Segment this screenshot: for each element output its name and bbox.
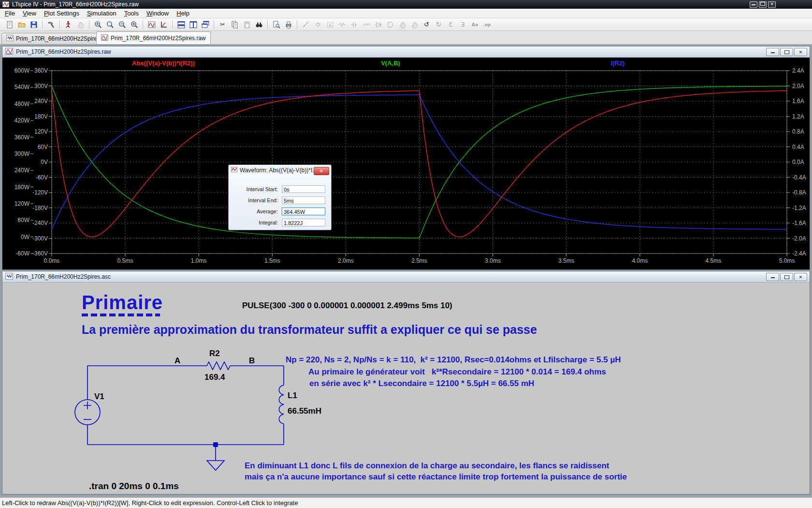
node-a-label[interactable]: A — [174, 356, 180, 365]
time-axis-label[interactable]: 5.0ms — [779, 257, 795, 264]
menu-simulation[interactable]: Simulation — [83, 9, 120, 18]
zoom-out-button[interactable] — [116, 19, 128, 30]
time-axis-label[interactable]: 1.0ms — [191, 257, 207, 264]
current-axis-label[interactable]: 1.2A — [792, 113, 804, 120]
zoom-in-button[interactable] — [92, 19, 103, 30]
circuit-wires[interactable] — [87, 366, 284, 461]
close-button[interactable]: ✕ — [768, 1, 776, 8]
power-axis-label[interactable]: 120W — [14, 200, 30, 207]
current-axis-label[interactable]: -0.8A — [792, 189, 806, 196]
zoom-full-extents-button[interactable] — [129, 19, 140, 30]
current-axis-label[interactable]: 1.6A — [792, 98, 804, 105]
current-axis-label[interactable]: -0.4A — [792, 174, 806, 181]
power-axis-label[interactable]: 540W — [14, 84, 30, 90]
power-axis-label[interactable]: 420W — [14, 117, 30, 124]
field-value-input[interactable]: 1.8222J — [282, 219, 325, 226]
power-axis-label[interactable]: 600W — [14, 67, 30, 74]
current-axis-label[interactable]: -1.6A — [792, 220, 806, 226]
field-value-input[interactable]: 0s — [282, 185, 325, 193]
print-button[interactable] — [283, 19, 294, 30]
current-axis-label[interactable]: 2.0A — [792, 83, 804, 90]
control-panel-button[interactable] — [45, 19, 57, 30]
node-b-label[interactable]: B — [249, 356, 255, 365]
power-axis-label[interactable]: 60W — [17, 217, 29, 224]
save-button[interactable] — [28, 19, 39, 30]
voltage-axis-label[interactable]: -300V — [32, 235, 48, 242]
maximize-button[interactable] — [759, 1, 767, 8]
print-preview-button[interactable] — [271, 19, 282, 30]
power-axis-label[interactable]: 180W — [14, 184, 30, 191]
minimize-button[interactable] — [750, 1, 757, 8]
tile-horizontal-button[interactable] — [175, 19, 187, 30]
menu-plot-settings[interactable]: Plot Settings — [40, 9, 83, 18]
waveform-plot-area[interactable]: 600W540W480W420W360W300W240W180W120W60W0… — [2, 58, 810, 269]
resistor-symbol[interactable] — [207, 362, 231, 370]
voltage-axis-label[interactable]: 60V — [38, 144, 48, 150]
restore-button[interactable] — [780, 48, 793, 56]
current-axis-label[interactable]: -2.0A — [792, 235, 806, 242]
plot-settings-button[interactable] — [158, 19, 169, 30]
current-axis-label[interactable]: 0.8A — [792, 128, 804, 135]
trace-label[interactable]: I(R2) — [611, 60, 625, 67]
power-axis-label[interactable]: 240W — [14, 167, 30, 174]
zoom-area-button[interactable] — [104, 19, 116, 30]
current-axis-label[interactable]: 0.4A — [792, 144, 804, 150]
power-axis-label[interactable]: 480W — [14, 101, 30, 107]
copy-button[interactable] — [229, 19, 240, 30]
field-value-input[interactable]: 5ms — [282, 196, 325, 204]
new-schematic-button[interactable] — [4, 19, 15, 30]
autorange-y-axis-button[interactable] — [146, 19, 157, 30]
time-axis-label[interactable]: 3.0ms — [485, 257, 501, 264]
current-axis-label[interactable]: 0.0A — [792, 159, 804, 165]
ground-symbol[interactable] — [207, 461, 224, 470]
find-button[interactable] — [253, 19, 264, 30]
minimize-button[interactable] — [766, 273, 779, 281]
menu-help[interactable]: Help — [173, 9, 193, 18]
time-axis-label[interactable]: 4.0ms — [632, 257, 648, 264]
inductor-value[interactable]: 66.55mH — [288, 406, 321, 416]
tile-vertical-button[interactable] — [188, 19, 199, 30]
trace-label[interactable]: V(A,B) — [381, 60, 400, 67]
time-axis-label[interactable]: 0.5ms — [117, 257, 133, 264]
voltage-axis-label[interactable]: 360V — [34, 67, 48, 74]
resistor-value[interactable]: 169.4 — [204, 373, 225, 382]
power-axis-label[interactable]: 300W — [14, 150, 30, 157]
field-value-input[interactable]: 364.45W — [282, 208, 325, 215]
voltage-axis-label[interactable]: 240V — [34, 98, 48, 105]
resistor-label[interactable]: R2 — [209, 349, 220, 358]
time-axis-label[interactable]: 3.5ms — [558, 257, 574, 264]
current-axis-label[interactable]: 2.4A — [792, 67, 804, 74]
voltage-axis-label[interactable]: 180V — [34, 113, 48, 120]
voltage-axis-label[interactable]: -180V — [32, 205, 48, 211]
dialog-close-button[interactable]: ✕ — [314, 167, 329, 175]
trace-label[interactable]: Abs((V(a)-V(b))*I(R2)) — [132, 60, 195, 67]
time-axis-label[interactable]: 1.5ms — [264, 257, 280, 264]
close-button[interactable]: ✕ — [794, 48, 807, 56]
waveform-window-title-bar[interactable]: Prim_170R_66mH200Hz2Spires.raw ✕ — [2, 46, 810, 58]
menu-tools[interactable]: Tools — [120, 9, 143, 18]
current-axis-label[interactable]: -1.2A — [792, 205, 806, 211]
undo-button[interactable]: ↺ — [421, 19, 432, 30]
current-axis-label[interactable]: -2.4A — [792, 250, 806, 257]
voltage-axis-label[interactable]: -360V — [32, 250, 48, 257]
close-button[interactable]: ✕ — [794, 273, 807, 281]
open-file-button[interactable] — [16, 19, 27, 30]
inductor-label[interactable]: L1 — [288, 391, 297, 400]
voltage-axis-label[interactable]: 300V — [34, 83, 48, 90]
time-axis-label[interactable]: 2.0ms — [338, 257, 354, 264]
schematic-canvas[interactable]: Primaire PULSE(300 -300 0 0.000001 0.000… — [2, 283, 810, 494]
inductor-symbol[interactable] — [279, 385, 284, 424]
run-simulation-button[interactable] — [63, 19, 74, 30]
tab-active-prim_170r_66mh200hz2spires.raw[interactable]: Prim_170R_66mH200Hz2Spires.raw — [96, 31, 211, 44]
voltage-axis-label[interactable]: -60V — [36, 174, 48, 181]
menu-view[interactable]: View — [19, 9, 40, 18]
time-axis-label[interactable]: 0.0ms — [44, 257, 60, 264]
restore-button[interactable] — [780, 273, 793, 281]
voltage-axis-label[interactable]: 120V — [34, 128, 48, 135]
power-axis-label[interactable]: 0W — [21, 234, 30, 240]
menu-window[interactable]: Window — [143, 9, 173, 18]
power-axis-label[interactable]: 360W — [14, 134, 30, 141]
voltage-axis-label[interactable]: 0V — [41, 159, 48, 165]
time-axis-label[interactable]: 4.5ms — [706, 257, 722, 264]
source-label[interactable]: V1 — [94, 392, 104, 401]
